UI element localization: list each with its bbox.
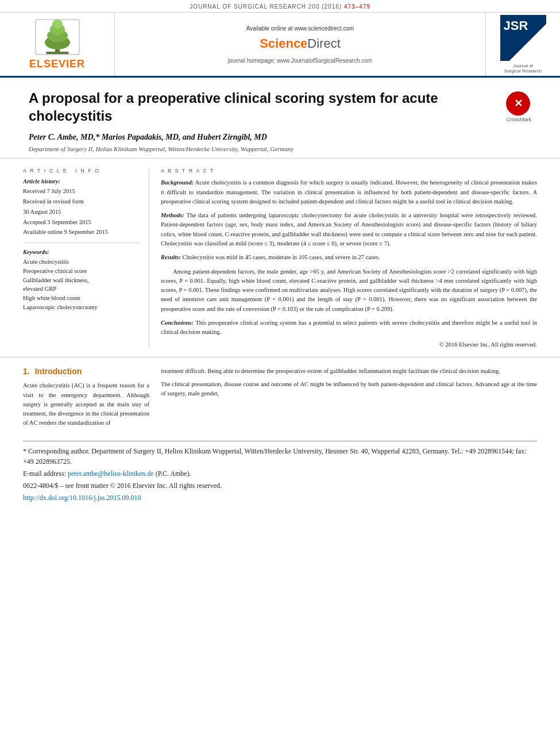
article-info-section-label: A R T I C L E I N F O	[23, 168, 140, 174]
background-text: Acute cholecystitis is a common diagnosi…	[161, 179, 537, 205]
sciencedirect-logo: ScienceDirect	[260, 34, 341, 52]
abstract-background: Background: Acute cholecystitis is a com…	[161, 178, 537, 206]
svg-rect-1	[46, 52, 69, 54]
available-date: Available online 9 September 2015	[23, 228, 140, 237]
footer-section: * Corresponding author. Department of Su…	[23, 441, 537, 503]
affiliation: Department of Surgery II, Helias Kliniku…	[29, 145, 500, 152]
keyword-1: Acute cholecystitis	[23, 257, 140, 267]
crossmark-label: CrossMark	[506, 117, 531, 122]
email-suffix: (P.C. Ambe).	[156, 470, 191, 478]
journal-bar: JOURNAL OF SURGICAL RESEARCH 200 (2016) …	[0, 0, 560, 13]
elsevier-label: ELSEVIER	[29, 58, 85, 70]
keywords-heading: Keywords:	[23, 249, 140, 255]
title-section: A proposal for a preoperative clinical s…	[0, 78, 560, 159]
keyword-2: Preoperative clinical score	[23, 267, 140, 276]
right-column: A B S T R A C T Background: Acute cholec…	[161, 168, 537, 348]
elsevier-tree-icon	[34, 18, 80, 56]
doi-line[interactable]: http://dx.doi.org/10.1016/j.jss.2015.09.…	[23, 493, 537, 503]
intro-section: 1. Introduction Acute cholecystitis (AC)…	[0, 357, 560, 440]
conclusions-label: Conclusions:	[161, 320, 194, 326]
article-history-heading: Article history:	[23, 178, 140, 184]
keyword-5: High white blood count	[23, 294, 140, 303]
header-section: ELSEVIER Available online at www.science…	[0, 13, 560, 78]
intro-number: 1.	[23, 367, 30, 376]
copyright-line: © 2016 Elsevier Inc. All rights reserved…	[161, 341, 537, 348]
jsr-logo-block: JSR Journal ofSurgical Research	[485, 13, 560, 76]
left-column: A R T I C L E I N F O Article history: R…	[23, 168, 149, 348]
crossmark-icon: ✕	[506, 91, 530, 116]
intro-right-para-2: The clinical presentation, disease cours…	[161, 380, 537, 399]
jsr-subtitle: Journal ofSurgical Research	[500, 63, 546, 74]
revised-date: 30 August 2015	[23, 207, 140, 217]
intro-right: treatment difficult. Being able to deter…	[161, 367, 537, 431]
accepted-date: Accepted 3 September 2015	[23, 218, 140, 227]
authors: Peter C. Ambe, MD,* Marios Papadakis, MD…	[29, 133, 500, 142]
keyword-4: elevated GRP	[23, 284, 140, 294]
elsevier-logo-block: ELSEVIER	[0, 13, 115, 76]
methods-text: The data of patients undergoing laparosc…	[161, 212, 537, 247]
jsr-logo: JSR	[500, 15, 546, 61]
journal-homepage: journal homepage: www.JournalofSurgicalR…	[228, 57, 372, 64]
doi-link[interactable]: http://dx.doi.org/10.1016/j.jss.2015.09.…	[23, 494, 141, 502]
keyword-3: Gallbladder wall thickness,	[23, 276, 140, 285]
received-date: Received 7 July 2015	[23, 187, 140, 196]
results-label: Results:	[161, 254, 181, 260]
background-label: Background:	[161, 179, 194, 186]
abstract-methods: Methods: The data of patients undergoing…	[161, 211, 537, 248]
license-line: 0022-4804/$ – see front matter © 2016 El…	[23, 480, 537, 491]
jsr-label: JSR	[504, 18, 528, 33]
intro-title: Introduction	[35, 367, 82, 376]
available-online-text: Available online at www.sciencedirect.co…	[246, 25, 354, 32]
abstract-conclusions: Conclusions: This preoperative clinical …	[161, 318, 537, 337]
received-revised-label: Received in revised form	[23, 197, 140, 206]
email-label: E-mail address:	[23, 470, 66, 478]
crossmark-block: ✕ CrossMark	[506, 91, 531, 122]
intro-right-para: treatment difficult. Being able to deter…	[161, 367, 537, 376]
article-title: A proposal for a preoperative clinical s…	[29, 89, 500, 125]
email-address[interactable]: peter.ambe@helios-kliniken.de	[68, 470, 154, 478]
email-line: E-mail address: peter.ambe@helios-klinik…	[23, 468, 537, 479]
divider	[23, 243, 140, 243]
keyword-6: Laparoscopic cholecystectomy	[23, 303, 140, 312]
results-text2: Among patient-dependent factors, the mal…	[161, 268, 537, 312]
header-center-block: Available online at www.sciencedirect.co…	[115, 13, 485, 76]
results-text1: Cholecystitis was mild in 45 cases, mode…	[183, 254, 380, 260]
body-section: A R T I C L E I N F O Article history: R…	[0, 159, 560, 357]
journal-range: 473–479	[344, 3, 370, 10]
methods-label: Methods:	[161, 212, 184, 218]
conclusions-text: This preoperative clinical scoring syste…	[161, 320, 537, 335]
abstract-results-2: Among patient-dependent factors, the mal…	[161, 267, 537, 314]
intro-left: 1. Introduction Acute cholecystitis (AC)…	[23, 367, 149, 431]
svg-point-5	[52, 20, 63, 29]
abstract-results-1: Results: Cholecystitis was mild in 45 ca…	[161, 253, 537, 262]
corresponding-note: * Corresponding author. Department of Su…	[23, 446, 537, 467]
intro-left-para: Acute cholecystitis (AC) is a frequent r…	[23, 381, 149, 428]
abstract-section-label: A B S T R A C T	[161, 168, 537, 174]
